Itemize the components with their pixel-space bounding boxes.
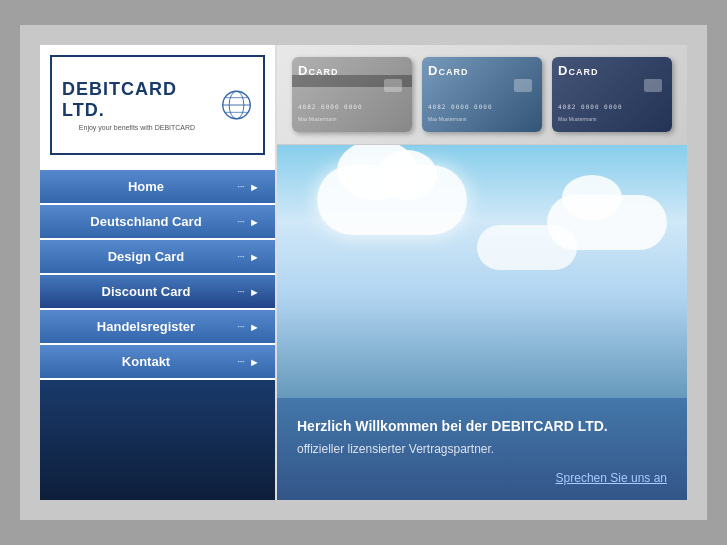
nav-arrow-discount: ► (249, 286, 260, 298)
sidebar-item-home[interactable]: Home ···· ► (40, 170, 275, 205)
cloud-1 (317, 165, 467, 235)
sidebar-bottom-decoration (40, 380, 275, 500)
nav-arrow-kontakt: ► (249, 356, 260, 368)
card-logo-2: DCARD (428, 63, 468, 78)
card-logo-3: DCARD (558, 63, 598, 78)
main-content: DCARD 4082 0000 0000 Max Mustermann DCAR… (275, 45, 687, 500)
welcome-title: Herzlich Willkommen bei der DEBITCARD LT… (297, 418, 667, 434)
sidebar-item-discount-card[interactable]: Discount Card ···· ► (40, 275, 275, 310)
cloud-background (277, 145, 687, 398)
card-number-3: 4082 0000 0000 (558, 103, 623, 110)
cards-banner: DCARD 4082 0000 0000 Max Mustermann DCAR… (277, 45, 687, 145)
sidebar: DEBITCARD LTD. Enjoy your benefits with … (40, 45, 275, 500)
card-name-2: Max Mustermann (428, 116, 467, 122)
nav-arrow-home: ► (249, 181, 260, 193)
globe-icon (220, 87, 253, 123)
card-name-3: Max Mustermann (558, 116, 597, 122)
card-chip-2 (514, 79, 532, 92)
card-number-1: 4082 0000 0000 (298, 103, 363, 110)
main-container: DEBITCARD LTD. Enjoy your benefits with … (40, 45, 687, 500)
nav-arrow-handels: ► (249, 321, 260, 333)
logo-row: DEBITCARD LTD. Enjoy your benefits with … (62, 79, 253, 131)
nav-arrow-deutschland: ► (249, 216, 260, 228)
sidebar-item-handelsregister[interactable]: Handelsregister ···· ► (40, 310, 275, 345)
sidebar-item-design-card[interactable]: Design Card ···· ► (40, 240, 275, 275)
cloud-3 (477, 225, 577, 270)
card-dark-blue: DCARD 4082 0000 0000 Max Mustermann (552, 57, 672, 132)
logo-title: DEBITCARD LTD. (62, 79, 212, 121)
sidebar-item-kontakt[interactable]: Kontakt ···· ► (40, 345, 275, 380)
logo-text: DEBITCARD LTD. Enjoy your benefits with … (62, 79, 212, 131)
welcome-section: Herzlich Willkommen bei der DEBITCARD LT… (277, 398, 687, 500)
card-number-2: 4082 0000 0000 (428, 103, 493, 110)
card-chip-1 (384, 79, 402, 92)
card-gray: DCARD 4082 0000 0000 Max Mustermann (292, 57, 412, 132)
logo-subtitle: Enjoy your benefits with DEBITCARD (62, 124, 212, 131)
card-name-1: Max Mustermann (298, 116, 337, 122)
logo-area: DEBITCARD LTD. Enjoy your benefits with … (50, 55, 265, 155)
welcome-subtitle: offizieller lizensierter Vertragspartner… (297, 442, 667, 456)
card-chip-3 (644, 79, 662, 92)
card-blue-pattern: DCARD 4082 0000 0000 Max Mustermann (422, 57, 542, 132)
nav-menu: Home ···· ► Deutschland Card ···· ► Desi… (40, 170, 275, 380)
nav-arrow-design: ► (249, 251, 260, 263)
outer-wrapper: DEBITCARD LTD. Enjoy your benefits with … (20, 25, 707, 520)
contact-link[interactable]: Sprechen Sie uns an (297, 471, 667, 485)
sidebar-item-deutschland-card[interactable]: Deutschland Card ···· ► (40, 205, 275, 240)
